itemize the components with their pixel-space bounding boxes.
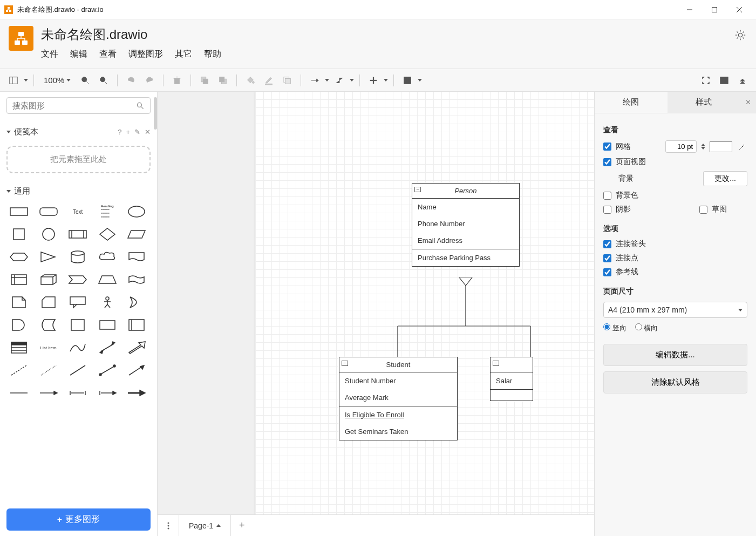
menu-arrange[interactable]: 调整图形 [128,49,163,60]
shape-square[interactable] [6,225,31,244]
shape-cylinder[interactable] [65,247,90,267]
shape-hline[interactable] [6,383,31,403]
shape-cube[interactable] [36,270,61,289]
panel-close-button[interactable]: ✕ [740,92,756,113]
menu-help[interactable]: 帮助 [204,49,221,60]
insert-button[interactable] [365,72,382,89]
delete-button[interactable] [169,72,185,89]
connection-style-dropdown[interactable] [325,79,329,82]
shape-frame[interactable] [124,315,149,335]
uml-attribute[interactable]: Salar [491,372,533,389]
page-view-checkbox[interactable] [603,158,611,166]
shape-cloud[interactable] [95,247,120,267]
shape-callout[interactable] [65,293,90,312]
shape-harrow-thin[interactable] [36,383,61,403]
generalization-connector[interactable] [396,277,536,361]
insert-dropdown[interactable] [384,79,388,82]
shape-hexagon[interactable] [6,247,31,267]
shape-rounded-rect[interactable] [36,202,61,221]
general-section-header[interactable]: 通用 [6,183,151,200]
shape-tape[interactable] [124,270,149,289]
shape-data-storage[interactable] [36,315,61,335]
table-dropdown[interactable] [418,79,422,82]
tab-diagram[interactable]: 绘图 [595,92,668,113]
shape-search[interactable] [6,97,151,114]
redo-button[interactable] [141,72,158,89]
uml-operation[interactable] [491,390,533,401]
uml-class-partial[interactable]: − Salar [490,357,533,401]
shadow-button[interactable] [279,72,295,89]
shape-arrow[interactable] [124,361,149,380]
page-tab[interactable]: Page-1 [179,515,231,537]
shape-connector-bar[interactable] [95,383,120,403]
table-button[interactable] [399,72,416,89]
to-back-button[interactable] [215,72,231,89]
shape-card[interactable] [36,293,61,312]
shape-connector-h[interactable] [65,383,90,403]
shape-parallelogram[interactable] [124,225,149,244]
shape-curve[interactable] [65,338,90,357]
scratchpad-section-header[interactable]: 便笺本 ? + ✎ ✕ [6,124,151,140]
connection-style-button[interactable] [307,72,323,89]
menu-edit[interactable]: 编辑 [70,49,87,60]
close-window-button[interactable] [727,2,752,18]
to-front-button[interactable] [196,72,213,89]
orientation-landscape[interactable]: 横向 [635,323,658,333]
add-page-button[interactable]: + [231,520,253,531]
scratchpad-edit-icon[interactable]: ✎ [134,128,140,136]
uml-attribute[interactable]: Phone Number [412,215,519,232]
canvas[interactable]: −Person Name Phone Number Email Address … [158,92,594,536]
shape-step[interactable] [65,270,90,289]
collapse-icon[interactable]: − [342,361,348,366]
grid-checkbox[interactable] [603,143,611,151]
shape-line[interactable] [65,361,90,380]
shape-rectangle[interactable] [6,202,31,221]
theme-toggle-button[interactable] [734,29,746,43]
waypoint-style-button[interactable] [331,72,348,89]
sidebar-toggle-button[interactable] [5,72,22,89]
scratchpad-close-icon[interactable]: ✕ [145,128,151,136]
grid-size-up[interactable] [701,144,705,146]
eyedropper-icon[interactable] [737,141,747,152]
sketch-checkbox[interactable] [699,206,707,214]
shape-circle[interactable] [36,225,61,244]
shape-process[interactable] [65,225,90,244]
shape-actor[interactable] [95,293,120,312]
pages-menu-button[interactable] [158,515,179,537]
bgcolor-checkbox[interactable] [603,192,611,200]
more-shapes-button[interactable]: +更多图形 [6,508,151,531]
conn-points-checkbox[interactable] [603,254,611,262]
shape-note[interactable] [6,293,31,312]
shape-container-sq[interactable] [65,315,90,335]
uml-attribute[interactable]: Name [412,199,519,215]
shape-dotted-line[interactable] [36,361,61,380]
fullscreen-button[interactable] [698,72,714,89]
shape-container-rect[interactable] [95,315,120,335]
maximize-button[interactable] [702,2,727,18]
grid-size-input[interactable] [665,140,697,153]
orientation-portrait[interactable]: 竖向 [603,323,626,333]
sidebar-splitter[interactable] [154,97,157,130]
shadow-checkbox[interactable] [603,206,611,214]
shape-internal-storage[interactable] [6,270,31,289]
shape-ellipse[interactable] [124,202,149,221]
uml-attribute[interactable]: Average Mark [339,389,457,406]
waypoint-style-dropdown[interactable] [350,79,354,82]
uml-class-student[interactable]: −Student Student Number Average Mark Is … [339,357,458,440]
grid-size-down[interactable] [701,147,705,150]
menu-view[interactable]: 查看 [99,49,117,60]
zoom-select[interactable]: 100% [39,76,75,85]
menu-extras[interactable]: 其它 [175,49,192,60]
conn-arrows-checkbox[interactable] [603,240,611,248]
shape-list[interactable] [6,338,31,357]
canvas-page[interactable]: −Person Name Phone Number Email Address … [255,92,594,536]
zoom-in-button[interactable] [77,72,93,89]
grid-color-swatch[interactable] [710,141,732,152]
page-size-select[interactable]: A4 (210 mm x 297 mm) [603,302,747,318]
document-title[interactable]: 未命名绘图.drawio [41,26,221,43]
fill-color-button[interactable] [242,72,258,89]
shape-document[interactable] [124,247,149,267]
scratchpad-dropzone[interactable]: 把元素拖至此处 [6,146,151,173]
clear-default-style-button[interactable]: 清除默认风格 [603,371,747,393]
shape-or[interactable] [124,293,149,312]
